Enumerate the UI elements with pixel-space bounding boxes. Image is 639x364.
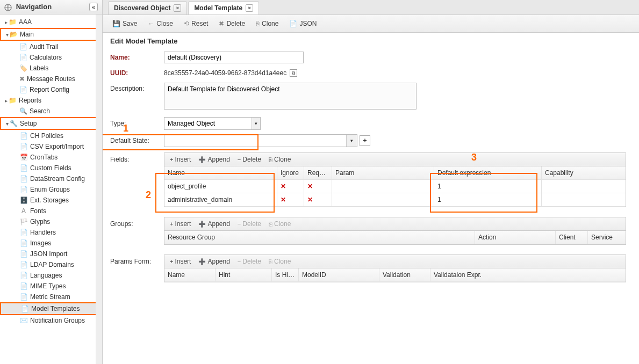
file-icon: 📄 xyxy=(19,282,28,290)
tree-item[interactable]: 📄Audit Trail xyxy=(0,41,102,52)
file-icon: 🏷️ xyxy=(19,64,27,72)
tree-item[interactable]: 📄Custom Fields xyxy=(0,163,102,173)
annotation-marker-3: 3 xyxy=(471,152,477,163)
chevron-right-icon: ▸ xyxy=(3,98,9,104)
col-modelid[interactable]: ModelID xyxy=(299,268,379,281)
table-row[interactable]: object_profile✕✕1 xyxy=(164,180,626,193)
tree-item[interactable]: 📄Report Config xyxy=(0,84,102,95)
insert-button[interactable]: +Insert xyxy=(167,155,194,164)
form-toolbar: 💾Save ←Close ⟲Reset ✖Delete ⎘Clone 📄JSON xyxy=(103,15,639,33)
tree-item[interactable]: AFonts xyxy=(0,206,102,216)
tree-item-search[interactable]: 🔍 Search xyxy=(0,106,102,117)
chevron-down-icon[interactable]: ▾ xyxy=(252,118,260,129)
tree-label: Calculators xyxy=(30,54,62,61)
tree-item[interactable]: 📄CH Policies xyxy=(0,130,102,141)
tree-item[interactable]: 📄CSV Export/Import xyxy=(0,141,102,152)
clone-button[interactable]: ⎘Clone xyxy=(265,155,294,164)
tree-item-reports[interactable]: ▸ 📁 Reports xyxy=(0,95,102,106)
description-input[interactable] xyxy=(164,83,417,110)
col-service[interactable]: Service xyxy=(588,231,626,244)
clone-button[interactable]: ⎘Clone xyxy=(252,18,283,29)
tab-discovered-object[interactable]: Discovered Object × xyxy=(108,1,187,14)
tree-scrollbar[interactable] xyxy=(96,14,102,364)
tree-item-main[interactable]: ▾ 📂 Main xyxy=(0,28,102,41)
default-state-combo[interactable]: ▾ xyxy=(164,134,357,147)
cell-capability xyxy=(542,180,626,193)
append-icon: ➕ xyxy=(198,221,206,228)
tree-item-model-templates[interactable]: 📄Model Templates xyxy=(0,302,102,315)
save-button[interactable]: 💾Save xyxy=(108,18,141,29)
col-hint[interactable]: Hint xyxy=(216,268,272,281)
append-button[interactable]: ➕Append xyxy=(195,257,233,266)
file-icon: A xyxy=(19,207,28,215)
append-button[interactable]: ➕Append xyxy=(195,219,233,229)
tree-item[interactable]: 📄Metric Stream xyxy=(0,292,102,302)
tree-item[interactable]: 📄Images xyxy=(0,238,102,249)
fields-grid-toolbar: +Insert ➕Append −Delete ⎘Clone xyxy=(164,153,626,166)
col-default-expression[interactable]: Default expression xyxy=(434,166,542,179)
tree-label: Enum Groups xyxy=(30,186,70,193)
col-name[interactable]: Name xyxy=(164,268,216,281)
tree-item[interactable]: 📄Enum Groups xyxy=(0,184,102,195)
btn-label: Clone xyxy=(274,156,291,163)
type-label: Type: xyxy=(110,120,164,127)
chevron-down-icon[interactable]: ▾ xyxy=(346,135,357,147)
cell-default-expression: 1 xyxy=(434,193,542,206)
table-row[interactable]: administrative_domain✕✕1 xyxy=(164,193,626,207)
append-button[interactable]: ➕Append xyxy=(195,155,233,164)
close-button[interactable]: ←Close xyxy=(143,18,177,29)
col-param[interactable]: Param xyxy=(332,166,434,179)
tree-label: LDAP Domains xyxy=(30,261,74,268)
col-capability[interactable]: Capability xyxy=(542,166,626,179)
tree-item[interactable]: 🗄️Ext. Storages xyxy=(0,195,102,206)
folder-open-icon: 📂 xyxy=(10,31,18,38)
type-input[interactable] xyxy=(164,118,252,129)
tree-item[interactable]: 📄MIME Types xyxy=(0,281,102,292)
reset-button[interactable]: ⟲Reset xyxy=(180,18,212,29)
tree-item-setup[interactable]: ▾ 🔧 Setup xyxy=(0,117,102,130)
col-validation[interactable]: Validation xyxy=(379,268,430,281)
col-resource-group[interactable]: Resource Group xyxy=(164,231,475,244)
tree-item[interactable]: 📄DataStream Config xyxy=(0,173,102,184)
copy-icon[interactable]: ⧉ xyxy=(290,69,297,77)
tree-item[interactable]: ✉️Notification Groups xyxy=(0,315,102,326)
type-combo[interactable]: ▾ xyxy=(164,117,261,130)
tree-item[interactable]: 📄LDAP Domains xyxy=(0,259,102,270)
tab-model-template[interactable]: Model Template × xyxy=(188,1,259,14)
tree-item-aaa[interactable]: ▸ 📁 AAA xyxy=(0,17,102,27)
annotation-marker-1: 1 xyxy=(123,123,128,134)
col-client[interactable]: Client xyxy=(556,231,588,244)
delete-button[interactable]: ✖Delete xyxy=(214,18,249,29)
tree-item[interactable]: ✖Message Routes xyxy=(0,74,102,84)
file-icon: ✉️ xyxy=(19,317,28,324)
file-icon: ✖ xyxy=(19,75,25,83)
tree-item[interactable]: 📄Handlers xyxy=(0,227,102,238)
insert-button[interactable]: +Insert xyxy=(167,219,194,229)
name-input[interactable] xyxy=(164,52,304,63)
tree-item[interactable]: 🏷️Labels xyxy=(0,63,102,74)
tree-item[interactable]: 📅CronTabs xyxy=(0,152,102,163)
col-ignore[interactable]: Ignore xyxy=(277,166,304,179)
tree-item[interactable]: 📄JSON Import xyxy=(0,249,102,259)
append-icon: ➕ xyxy=(198,258,206,265)
col-validation-expr[interactable]: Validataion Expr. xyxy=(430,268,500,281)
add-state-button[interactable]: + xyxy=(360,135,370,146)
col-required[interactable]: Requi... xyxy=(304,166,332,179)
close-icon[interactable]: × xyxy=(246,4,253,12)
delete-button[interactable]: −Delete xyxy=(234,155,264,164)
close-icon[interactable]: × xyxy=(174,4,181,12)
default-state-input[interactable] xyxy=(164,135,346,147)
tree-item[interactable]: 📄Calculators xyxy=(0,52,102,63)
col-is-hide[interactable]: Is Hide xyxy=(272,268,299,281)
col-name[interactable]: Name xyxy=(164,166,277,179)
json-button[interactable]: 📄JSON xyxy=(285,18,321,29)
btn-label: Delete xyxy=(242,220,261,228)
tree-item[interactable]: 🏳️Glyphs xyxy=(0,216,102,227)
uuid-value: 8ce35557-24a0-4059-9662-873d4d1a4eec ⧉ xyxy=(164,69,297,77)
insert-button[interactable]: +Insert xyxy=(167,257,194,266)
btn-label: JSON xyxy=(299,20,317,27)
sidebar-collapse-button[interactable]: « xyxy=(89,3,98,11)
tree-item[interactable]: 📄Languages xyxy=(0,270,102,281)
file-icon: 📄 xyxy=(19,54,27,61)
col-action[interactable]: Action xyxy=(475,231,556,244)
